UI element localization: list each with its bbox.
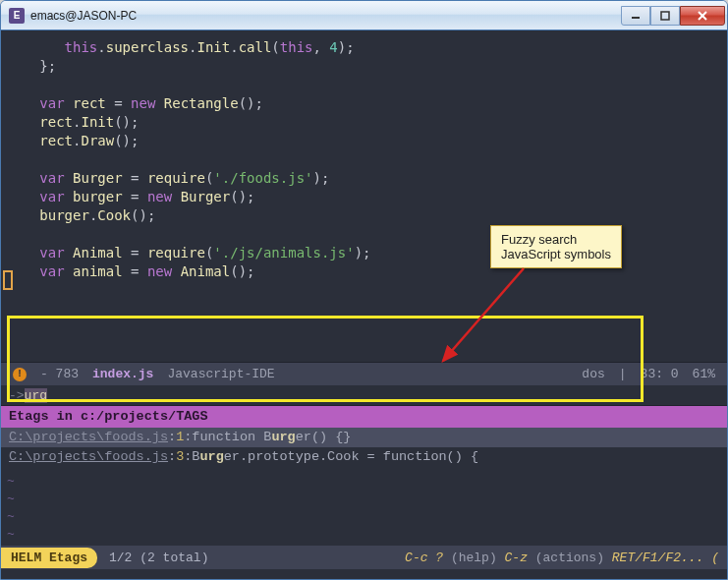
maximize-button[interactable] (650, 6, 680, 26)
mode-line-percent: 61% (693, 367, 715, 381)
cursor-indicator (3, 270, 13, 290)
minibuffer-input[interactable]: urg (25, 388, 47, 403)
minimize-icon (631, 11, 641, 21)
helm-candidate-row[interactable]: C:\projects\foods.js:1:function Burger()… (1, 428, 727, 447)
mode-line-encoding: dos (582, 367, 604, 381)
warning-icon: ! (13, 368, 27, 381)
helm-mode-line[interactable]: HELM Etags 1/2 (2 total) C-c ? (help) C-… (1, 546, 727, 569)
callout-line2: JavaScript symbols (501, 247, 611, 261)
window-frame: E emacs@JASON-PC this.superclass.Init.ca… (0, 0, 728, 580)
mode-line-position: 33: 0 (641, 367, 679, 381)
editor-area: this.superclass.Init.call(this, 4); }; v… (1, 30, 727, 579)
app-icon: E (9, 8, 25, 24)
minibuffer[interactable]: ->urg (1, 385, 727, 405)
close-button[interactable] (680, 6, 725, 26)
svg-rect-1 (661, 12, 669, 20)
window-title: emacs@JASON-PC (30, 9, 621, 23)
mode-line-mode: Javascript-IDE (167, 367, 274, 381)
mode-line[interactable]: ! - 783 index.js Javascript-IDE dos | 33… (1, 362, 727, 385)
helm-candidate-count: 1/2 (2 total) (109, 551, 208, 565)
callout-line1: Fuzzy search (501, 232, 611, 247)
helm-hints: C-c ? (help) C-z (actions) RET/F1/F2... … (405, 551, 727, 565)
titlebar[interactable]: E emacs@JASON-PC (1, 1, 727, 30)
code-buffer[interactable]: this.superclass.Init.call(this, 4); }; v… (1, 30, 727, 362)
mode-line-filename: index.js (92, 367, 153, 381)
helm-source-header: Etags in c:/projects/TAGS (1, 406, 727, 428)
mode-line-flags: - 783 (40, 367, 79, 381)
helm-mode-label: HELM Etags (1, 548, 97, 568)
close-icon (697, 10, 708, 22)
helm-results: Etags in c:/projects/TAGS C:\projects\fo… (1, 405, 727, 471)
empty-lines: ~~~~ (1, 471, 727, 546)
helm-candidate-row[interactable]: C:\projects\foods.js:3:Burger.prototype.… (1, 447, 727, 467)
minibuffer-prompt: -> (9, 388, 25, 403)
maximize-icon (660, 11, 670, 21)
annotation-callout: Fuzzy search JavaScript symbols (490, 225, 622, 268)
minimize-button[interactable] (621, 6, 650, 26)
